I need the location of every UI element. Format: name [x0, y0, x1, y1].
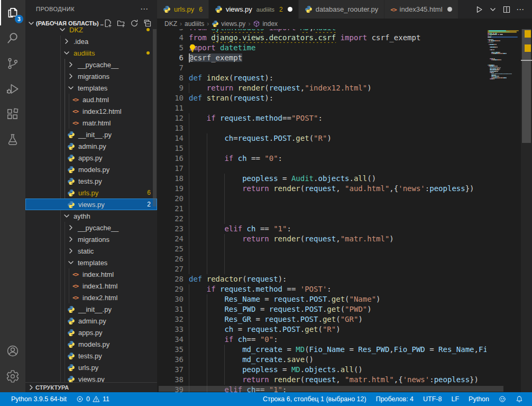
tree-file-matr-html[interactable]: <>matr.html	[25, 117, 157, 129]
breadcrumb-item-dkz[interactable]: DKZ	[164, 20, 177, 28]
line-number: 29	[157, 284, 184, 294]
tree-file-views-py[interactable]: views.py2	[25, 199, 157, 210]
code-line-16: 16 if ch == "0":	[157, 154, 487, 164]
activity-item-extensions[interactable]	[0, 102, 25, 127]
tree-folder-migrations[interactable]: migrations	[25, 233, 157, 245]
activity-item-accounts[interactable]	[0, 338, 25, 364]
python-file-icon	[67, 201, 76, 209]
line-number: 23	[157, 224, 184, 234]
line-number: 21	[157, 204, 184, 214]
activity-item-source-control[interactable]	[0, 51, 25, 76]
error-icon	[76, 395, 84, 403]
line-number: 24	[157, 234, 184, 244]
breadcrumb-item-audiiits[interactable]: audiiits	[185, 20, 204, 28]
tree-file-tests-py[interactable]: tests.py	[25, 350, 157, 362]
tab-views-py[interactable]: views.pyaudiiits2	[209, 0, 299, 19]
tree-file-index12-html[interactable]: <>index12.html	[25, 105, 157, 117]
tree-file-admin-py[interactable]: admin.py	[25, 315, 157, 327]
python-interpreter-status[interactable]: Python 3.9.5 64-bit	[6, 392, 71, 406]
sidebar-scrollbar[interactable]	[153, 29, 157, 206]
tree-folder-audiiits[interactable]: audiiits	[25, 47, 157, 59]
minimap-line	[498, 53, 501, 54]
editor-actions: ⋯	[471, 0, 532, 19]
tree-item-label: templates	[78, 84, 107, 92]
status-eol[interactable]: LF	[446, 395, 464, 403]
code-line-28: 28def redactor(request):	[157, 274, 487, 284]
more-actions-icon[interactable]: ⋯	[516, 5, 525, 14]
tab-urls-py[interactable]: urls.py6	[157, 0, 209, 19]
minimap[interactable]	[487, 29, 521, 392]
status-language-mode[interactable]: Python	[464, 395, 494, 403]
indent-guide	[189, 143, 189, 154]
html-file-icon: <>	[71, 108, 80, 115]
code-text: if request.method=="POST":	[189, 113, 323, 123]
split-editor-button[interactable]	[502, 5, 511, 14]
tree-file-apps-py[interactable]: apps.py	[25, 327, 157, 338]
breadcrumb-item-index[interactable]: index	[253, 20, 278, 28]
tree-folder--pycache-[interactable]: __pycache__	[25, 59, 157, 70]
tree-folder-templates[interactable]: templates	[25, 82, 157, 94]
tree-file-tests-py[interactable]: tests.py	[25, 175, 157, 187]
activity-item-search[interactable]	[0, 25, 25, 51]
indent-guide	[189, 254, 189, 264]
tab-bar: urls.py6views.pyaudiiits2database_rooute…	[157, 0, 532, 19]
run-button[interactable]	[475, 5, 483, 14]
tree-file-views-py[interactable]: views.py	[25, 373, 157, 382]
activity-item-testing[interactable]	[0, 127, 25, 152]
code-editor[interactable]: 3from aythh.models import MD,Audit4from …	[157, 29, 532, 392]
indent-guide	[224, 204, 225, 214]
code-text: Res_Name = request.POST.get("Name")	[189, 294, 381, 304]
file-tree: DKZ.ideaaudiiits__pycache__migrationstem…	[25, 26, 157, 382]
tree-file-index2-html[interactable]: <>index2.html	[25, 292, 157, 303]
tree-file-admin-py[interactable]: admin.py	[25, 140, 157, 152]
tree-folder-templates[interactable]: templates	[25, 257, 157, 268]
tree-item-label: static	[78, 247, 94, 255]
more-actions-icon[interactable]: ⋯	[140, 4, 149, 14]
activity-item-explorer[interactable]: 3	[0, 0, 25, 25]
html-file-icon: <>	[390, 5, 396, 13]
run-dropdown-icon[interactable]	[489, 5, 497, 14]
tree-folder--pycache-[interactable]: __pycache__	[25, 222, 157, 233]
status-feedback-item[interactable]	[494, 395, 511, 403]
tab-index345-html[interactable]: <>index345.html	[384, 0, 458, 19]
tree-file-aud-html[interactable]: <>aud.html	[25, 94, 157, 105]
status-indentation[interactable]: Пробелов: 4	[371, 395, 418, 403]
tree-folder-aythh[interactable]: aythh	[25, 210, 157, 222]
python-file-icon	[67, 189, 76, 197]
horizontal-scrollbar[interactable]	[159, 386, 503, 392]
tree-file-apps-py[interactable]: apps.py	[25, 152, 157, 164]
tree-file--init-py[interactable]: __init__.py	[25, 129, 157, 140]
tree-file-urls-py[interactable]: urls.py6	[25, 187, 157, 199]
breadcrumb: DKZ›audiiits›views.py›index	[157, 19, 532, 29]
activity-item-manage[interactable]	[0, 364, 25, 389]
problems-status[interactable]: 0 11	[71, 392, 114, 406]
python-file-icon	[67, 305, 76, 313]
status-cursor-position[interactable]: Строка 6, столбец 1 (выбрано 12)	[258, 395, 371, 403]
line-number: 3	[157, 29, 184, 33]
code-line-15: 15	[157, 143, 487, 154]
chevron-down-icon	[62, 49, 71, 57]
tree-item-label: __pycache__	[78, 224, 118, 232]
tree-file-urls-py[interactable]: urls.py	[25, 362, 157, 373]
tree-file-models-py[interactable]: models.py	[25, 338, 157, 350]
tree-item-label: urls.py	[78, 189, 98, 197]
tree-folder-static[interactable]: static	[25, 245, 157, 257]
status-bell-item[interactable]	[511, 395, 528, 403]
outline-section-header[interactable]: СТРУКТУРА	[25, 382, 157, 392]
code-line-21: 21	[157, 204, 487, 214]
tree-file-index-html[interactable]: <>index.html	[25, 268, 157, 280]
tree-folder--idea[interactable]: .idea	[25, 35, 157, 47]
python-file-icon	[215, 5, 223, 13]
tree-file-models-py[interactable]: models.py	[25, 164, 157, 175]
activity-item-run-and-debug[interactable]	[0, 76, 25, 102]
tree-folder-dkz[interactable]: DKZ	[25, 26, 157, 35]
tree-file--init-py[interactable]: __init__.py	[25, 303, 157, 315]
overview-ruler[interactable]	[521, 29, 532, 392]
tab-database-roouter-py[interactable]: database_roouter.py	[299, 0, 385, 19]
tree-folder-migrations[interactable]: migrations	[25, 70, 157, 82]
status-encoding[interactable]: UTF-8	[418, 395, 446, 403]
tree-file-index1-html[interactable]: <>index1.html	[25, 280, 157, 292]
breadcrumb-item-views-py[interactable]: views.py	[212, 20, 245, 28]
lightbulb-icon[interactable]	[188, 44, 197, 52]
tree-item-label: admin.py	[78, 317, 106, 325]
